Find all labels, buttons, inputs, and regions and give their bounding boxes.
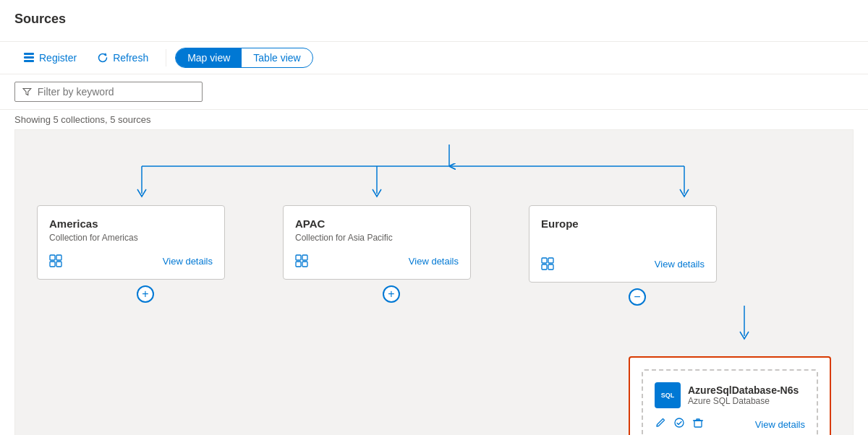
svg-rect-9 — [56, 255, 61, 260]
svg-point-21 — [675, 418, 684, 427]
map-area: Americas Collection for Americas View de… — [14, 129, 854, 435]
svg-rect-13 — [302, 255, 307, 260]
apac-expand[interactable]: + — [383, 285, 400, 303]
americas-expand[interactable]: + — [137, 285, 154, 303]
svg-rect-15 — [302, 262, 307, 267]
map-view-button[interactable]: Map view — [176, 48, 242, 67]
toolbar: Register Refresh Map view Table view — [0, 42, 868, 74]
certified-icon[interactable] — [673, 417, 685, 431]
filter-icon — [22, 87, 32, 97]
svg-rect-11 — [56, 262, 61, 267]
europe-view-details[interactable]: View details — [655, 259, 705, 270]
delete-icon[interactable] — [692, 417, 704, 431]
apac-title: APAC — [295, 218, 459, 230]
source-card-selected: SQL AzureSqlDatabase-N6s Azure SQL Datab… — [629, 356, 831, 435]
svg-rect-19 — [548, 264, 553, 270]
showing-label: Showing 5 collections, 5 sources — [0, 110, 868, 129]
source-header: SQL AzureSqlDatabase-N6s Azure SQL Datab… — [655, 382, 805, 408]
page-title: Sources — [14, 12, 854, 27]
europe-collapse[interactable]: − — [629, 288, 646, 306]
refresh-icon — [97, 52, 109, 64]
source-view-details[interactable]: View details — [755, 419, 805, 430]
svg-rect-14 — [296, 262, 301, 267]
svg-rect-18 — [542, 264, 547, 270]
svg-rect-22 — [694, 421, 702, 427]
filter-input-wrap — [14, 82, 203, 102]
americas-desc: Collection for Americas — [49, 233, 213, 243]
svg-rect-12 — [296, 255, 301, 260]
americas-footer: View details — [49, 254, 213, 267]
apac-footer: View details — [295, 254, 459, 267]
apac-grid-icon — [295, 254, 308, 267]
source-action-icons — [655, 417, 704, 431]
europe-card: Europe View details — [529, 205, 717, 283]
sql-icon: SQL — [655, 382, 681, 408]
register-icon — [23, 52, 35, 64]
americas-title: Americas — [49, 218, 213, 230]
europe-desc — [541, 233, 705, 246]
europe-title: Europe — [541, 218, 705, 230]
table-view-button[interactable]: Table view — [242, 48, 312, 67]
americas-card: Americas Collection for Americas View de… — [37, 205, 225, 280]
page-header: Sources — [0, 0, 868, 42]
apac-view-details[interactable]: View details — [409, 256, 459, 267]
apac-card: APAC Collection for Asia Pacific View de… — [283, 205, 471, 280]
europe-to-source-connector — [736, 306, 753, 342]
filter-input[interactable] — [38, 86, 195, 98]
svg-rect-0 — [24, 53, 34, 55]
europe-footer: View details — [541, 257, 705, 270]
connector-lines — [30, 145, 838, 202]
svg-rect-1 — [24, 56, 34, 59]
svg-rect-2 — [24, 60, 34, 62]
svg-rect-10 — [50, 262, 55, 267]
edit-icon[interactable] — [655, 417, 666, 431]
register-button[interactable]: Register — [14, 48, 85, 68]
svg-rect-8 — [50, 255, 55, 260]
view-toggle: Map view Table view — [175, 48, 313, 68]
apac-desc: Collection for Asia Pacific — [295, 233, 459, 243]
svg-rect-17 — [548, 258, 553, 263]
filter-area — [0, 74, 868, 110]
svg-rect-16 — [542, 258, 547, 263]
source-footer: View details — [655, 417, 805, 431]
source-type: Azure SQL Database — [688, 396, 799, 406]
europe-grid-icon — [541, 257, 554, 270]
americas-grid-icon — [49, 254, 62, 267]
americas-view-details[interactable]: View details — [163, 256, 213, 267]
toolbar-divider — [166, 49, 166, 66]
source-name: AzureSqlDatabase-N6s — [688, 384, 799, 396]
source-card-inner: SQL AzureSqlDatabase-N6s Azure SQL Datab… — [642, 369, 818, 435]
source-row: SQL AzureSqlDatabase-N6s Azure SQL Datab… — [30, 356, 838, 435]
collections-row: Americas Collection for Americas View de… — [30, 205, 838, 306]
refresh-button[interactable]: Refresh — [88, 48, 157, 68]
